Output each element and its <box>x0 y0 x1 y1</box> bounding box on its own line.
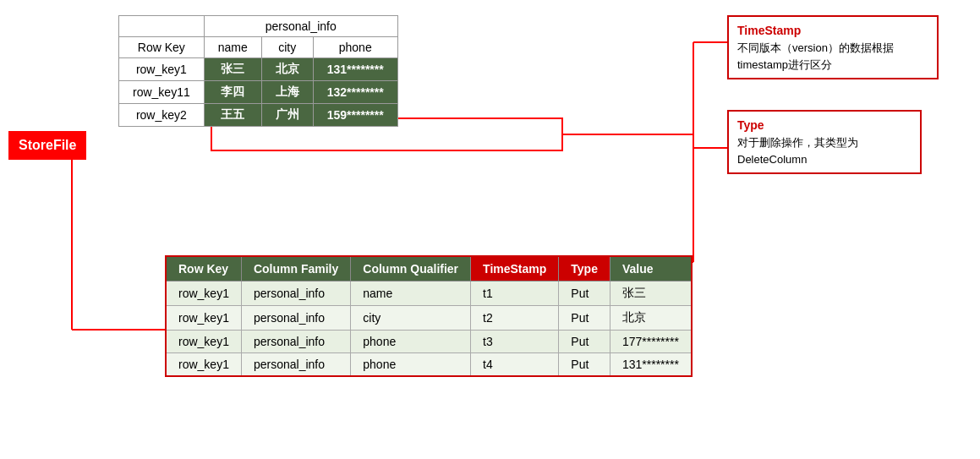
bottom-cell-3-4: Put <box>559 353 610 377</box>
bh-timestamp: TimeStamp <box>471 256 559 281</box>
name-1: 张三 <box>204 58 261 81</box>
type-annotation-title: Type <box>737 117 912 134</box>
bottom-cell-2-3: t3 <box>471 331 559 353</box>
bottom-cell-1-3: t2 <box>471 306 559 331</box>
phone-2: 132******** <box>313 81 397 104</box>
top-table: personal_info Row Key name city phone ro… <box>118 15 398 127</box>
bottom-cell-1-5: 北京 <box>610 306 691 331</box>
storefile-text: StoreFile <box>19 138 76 152</box>
bottom-cell-2-2: phone <box>351 331 471 353</box>
bottom-cell-1-1: personal_info <box>241 306 350 331</box>
city-1: 北京 <box>261 58 313 81</box>
bottom-header-row: Row Key Column Family Column Qualifier T… <box>166 256 692 281</box>
bottom-cell-3-0: row_key1 <box>166 353 241 377</box>
table-row-2: row_key11 李四 上海 132******** <box>119 81 398 104</box>
type-annotation-body: 对于删除操作，其类型为 DeleteColumn <box>737 134 912 167</box>
city-3: 广州 <box>261 104 313 127</box>
row-key-col-header: Row Key <box>119 37 205 58</box>
bottom-cell-3-2: phone <box>351 353 471 377</box>
phone-1: 131******** <box>313 58 397 81</box>
bottom-table-body: row_key1personal_infonamet1Put张三row_key1… <box>166 281 692 377</box>
timestamp-annotation-box: TimeStamp 不同版本（version）的数据根据timestamp进行区… <box>727 15 939 79</box>
bottom-cell-0-2: name <box>351 281 471 306</box>
bottom-table-row: row_key1personal_infophonet4Put131******… <box>166 353 692 377</box>
bottom-cell-0-4: Put <box>559 281 610 306</box>
row-key-2: row_key11 <box>119 81 205 104</box>
city-col-header: city <box>261 37 313 58</box>
bottom-cell-0-3: t1 <box>471 281 559 306</box>
phone-col-header: phone <box>313 37 397 58</box>
top-table-wrapper: personal_info Row Key name city phone ro… <box>118 15 398 127</box>
table-row-1: row_key1 张三 北京 131******** <box>119 58 398 81</box>
bottom-cell-1-0: row_key1 <box>166 306 241 331</box>
bottom-cell-2-4: Put <box>559 331 610 353</box>
bottom-cell-2-1: personal_info <box>241 331 350 353</box>
bottom-table-row: row_key1personal_infophonet3Put177******… <box>166 331 692 353</box>
table-row-3: row_key2 王五 广州 159******** <box>119 104 398 127</box>
bottom-table-row: row_key1personal_infonamet1Put张三 <box>166 281 692 306</box>
bottom-cell-3-3: t4 <box>471 353 559 377</box>
main-container: StoreFile personal_info Row Key name cit… <box>0 0 980 459</box>
bottom-cell-3-5: 131******** <box>610 353 691 377</box>
empty-header <box>119 16 205 37</box>
row-key-3: row_key2 <box>119 104 205 127</box>
row-key-1: row_key1 <box>119 58 205 81</box>
name-2: 李四 <box>204 81 261 104</box>
name-col-header: name <box>204 37 261 58</box>
phone-3: 159******** <box>313 104 397 127</box>
city-2: 上海 <box>261 81 313 104</box>
timestamp-annotation-title: TimeStamp <box>737 22 928 40</box>
type-annotation-box: Type 对于删除操作，其类型为 DeleteColumn <box>727 110 922 174</box>
storefile-label: StoreFile <box>8 131 86 160</box>
bottom-cell-3-1: personal_info <box>241 353 350 377</box>
personal-info-header-row: personal_info <box>119 16 398 37</box>
bh-type: Type <box>559 256 610 281</box>
col-header-row: Row Key name city phone <box>119 37 398 58</box>
bottom-cell-0-1: personal_info <box>241 281 350 306</box>
personal-info-header: personal_info <box>204 16 397 37</box>
bh-col-qualifier: Column Qualifier <box>351 256 471 281</box>
bottom-cell-1-4: Put <box>559 306 610 331</box>
bottom-cell-2-5: 177******** <box>610 331 691 353</box>
bottom-cell-0-5: 张三 <box>610 281 691 306</box>
bottom-table-wrapper: Row Key Column Family Column Qualifier T… <box>165 255 693 377</box>
bottom-cell-2-0: row_key1 <box>166 331 241 353</box>
name-3: 王五 <box>204 104 261 127</box>
bh-row-key: Row Key <box>166 256 241 281</box>
bottom-cell-0-0: row_key1 <box>166 281 241 306</box>
bh-value: Value <box>610 256 691 281</box>
bottom-table: Row Key Column Family Column Qualifier T… <box>165 255 693 377</box>
timestamp-annotation-body: 不同版本（version）的数据根据timestamp进行区分 <box>737 40 928 73</box>
bottom-table-row: row_key1personal_infocityt2Put北京 <box>166 306 692 331</box>
bh-col-family: Column Family <box>241 256 350 281</box>
bottom-cell-1-2: city <box>351 306 471 331</box>
